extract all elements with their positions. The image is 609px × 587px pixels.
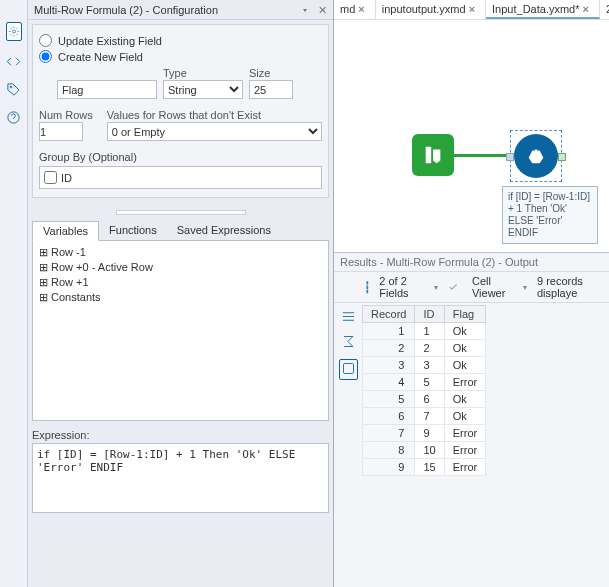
file-tab-1[interactable]: inputoutput.yxmd × bbox=[376, 0, 486, 19]
radio-update-label: Update Existing Field bbox=[58, 35, 162, 47]
messages-icon[interactable] bbox=[341, 309, 356, 324]
tree-row-plus1[interactable]: ⊞ Row +1 bbox=[37, 275, 324, 290]
table-row: 915Error bbox=[363, 459, 486, 476]
expression-label: Expression: bbox=[32, 429, 329, 441]
table-row: 67Ok bbox=[363, 408, 486, 425]
table-row: 11Ok bbox=[363, 323, 486, 340]
type-label: Type bbox=[163, 67, 243, 79]
check-icon[interactable] bbox=[448, 280, 458, 294]
setup-icon[interactable] bbox=[6, 22, 22, 41]
tree-row-active[interactable]: ⊞ Row +0 - Active Row bbox=[37, 260, 324, 275]
variable-tree[interactable]: ⊞ Row -1 ⊞ Row +0 - Active Row ⊞ Row +1 … bbox=[32, 241, 329, 421]
tree-row-minus1[interactable]: ⊞ Row -1 bbox=[37, 245, 324, 260]
results-toolbar: ┇ 2 of 2 Fields▾ Cell Viewer▾ 9 records … bbox=[334, 271, 609, 303]
tree-constants[interactable]: ⊞ Constants bbox=[37, 290, 324, 305]
results-icon-rail bbox=[334, 303, 362, 476]
table-row: 56Ok bbox=[363, 391, 486, 408]
records-count: 9 records displaye bbox=[537, 275, 603, 299]
missing-label: Values for Rows that don't Exist bbox=[107, 109, 322, 121]
config-form: Update Existing Field Create New Field T… bbox=[32, 24, 329, 198]
missing-select[interactable]: 0 or Empty bbox=[107, 122, 322, 141]
input-anchor[interactable] bbox=[506, 153, 514, 161]
close-icon[interactable]: × bbox=[583, 3, 589, 15]
left-icon-rail bbox=[0, 0, 28, 587]
svg-rect-3 bbox=[343, 364, 353, 374]
col-id[interactable]: ID bbox=[415, 306, 444, 323]
table-row: 33Ok bbox=[363, 357, 486, 374]
tab-saved[interactable]: Saved Expressions bbox=[167, 221, 281, 240]
tab-functions[interactable]: Functions bbox=[99, 221, 167, 240]
tool-annotation: if [ID] = [Row-1:ID] + 1 Then 'Ok' ELSE … bbox=[502, 186, 598, 244]
multirow-tool[interactable] bbox=[510, 130, 562, 182]
type-select[interactable]: String bbox=[163, 80, 243, 99]
svg-point-1 bbox=[10, 86, 12, 88]
table-row: 22Ok bbox=[363, 340, 486, 357]
tab-variables[interactable]: Variables bbox=[32, 221, 99, 241]
pin-icon[interactable] bbox=[300, 5, 310, 15]
file-tab-0[interactable]: md × bbox=[334, 0, 376, 19]
fields-count[interactable]: 2 of 2 Fields bbox=[379, 275, 423, 299]
output-anchor[interactable] bbox=[558, 153, 566, 161]
groupby-label: Group By (Optional) bbox=[39, 151, 322, 163]
field-name-input[interactable] bbox=[57, 80, 157, 99]
numrows-input[interactable] bbox=[39, 122, 83, 141]
numrows-label: Num Rows bbox=[39, 109, 93, 121]
results-title: Results - Multi-Row Formula (2) - Output bbox=[334, 253, 609, 271]
sigma-icon[interactable] bbox=[341, 334, 356, 349]
file-tab-3[interactable]: 2021 bbox=[600, 0, 609, 19]
help-icon[interactable] bbox=[6, 109, 22, 125]
results-grid[interactable]: RecordIDFlag 11Ok 22Ok 33Ok 45Error 56Ok… bbox=[362, 305, 486, 476]
file-tab-2[interactable]: Input_Data.yxmd* × bbox=[486, 0, 600, 19]
col-record[interactable]: Record bbox=[363, 306, 415, 323]
groupby-box: ID bbox=[39, 166, 322, 189]
table-row: 810Error bbox=[363, 442, 486, 459]
radio-create-label: Create New Field bbox=[58, 51, 143, 63]
workflow-canvas[interactable]: if [ID] = [Row-1:ID] + 1 Then 'Ok' ELSE … bbox=[334, 20, 609, 252]
results-panel: Results - Multi-Row Formula (2) - Output… bbox=[334, 252, 609, 587]
progress-bar bbox=[116, 210, 246, 215]
panel-title-bar: Multi-Row Formula (2) - Configuration ✕ bbox=[28, 0, 333, 20]
vars-tabs: Variables Functions Saved Expressions bbox=[32, 221, 329, 241]
connection-line[interactable] bbox=[454, 154, 510, 157]
code-icon[interactable] bbox=[6, 53, 22, 69]
radio-update[interactable] bbox=[39, 34, 52, 47]
data-icon[interactable] bbox=[341, 361, 356, 376]
table-row: 79Error bbox=[363, 425, 486, 442]
panel-title: Multi-Row Formula (2) - Configuration bbox=[34, 0, 218, 20]
tag-icon[interactable] bbox=[6, 81, 22, 97]
size-input[interactable] bbox=[249, 80, 293, 99]
groupby-id-label: ID bbox=[61, 172, 72, 184]
close-icon[interactable]: × bbox=[469, 3, 475, 15]
size-label: Size bbox=[249, 67, 293, 79]
table-row: 45Error bbox=[363, 374, 486, 391]
svg-point-0 bbox=[12, 30, 15, 33]
close-icon[interactable]: × bbox=[358, 3, 364, 15]
close-icon[interactable]: ✕ bbox=[318, 0, 327, 20]
col-flag[interactable]: Flag bbox=[444, 306, 485, 323]
expression-input[interactable]: if [ID] = [Row-1:ID] + 1 Then 'Ok' ELSE … bbox=[32, 443, 329, 513]
input-tool[interactable] bbox=[412, 134, 454, 176]
groupby-id-checkbox[interactable] bbox=[44, 171, 57, 184]
cell-viewer[interactable]: Cell Viewer bbox=[472, 275, 513, 299]
radio-create[interactable] bbox=[39, 50, 52, 63]
